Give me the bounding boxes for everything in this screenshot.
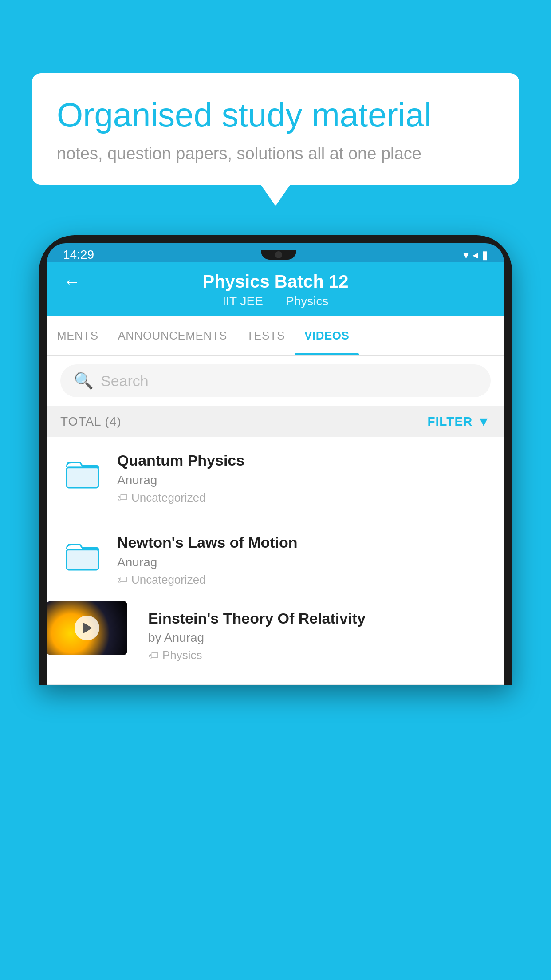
speech-bubble-subtext: notes, question papers, solutions all at… [57,144,494,163]
search-container: 🔍 Search [47,356,504,406]
video-title-3: Einstein's Theory Of Relativity [148,609,495,628]
video-tag-1: 🏷 Uncategorized [117,491,491,505]
speech-bubble-heading: Organised study material [57,96,494,134]
speech-bubble: Organised study material notes, question… [32,73,519,185]
video-author-1: Anurag [117,473,491,487]
tag-label-2: Uncategorized [131,573,206,587]
video-author-3: by Anurag [148,631,495,645]
tag-icon-1: 🏷 [117,491,128,504]
phone-notch [261,250,296,260]
tag-icon-2: 🏷 [117,573,128,586]
tab-tests[interactable]: TESTS [237,316,295,355]
video-list: Quantum Physics Anurag 🏷 Uncategorized [47,437,504,685]
header-row: ← Physics Batch 12 [63,272,488,292]
total-count-label: TOTAL (4) [60,415,122,429]
tag-label-3: Physics [162,648,202,662]
video-title-2: Newton's Laws of Motion [117,533,491,552]
video-tag-2: 🏷 Uncategorized [117,573,491,587]
phone-outer: 14:29 ▾ ◂ ▮ ← Physics Batch 12 IIT JEE [39,235,512,685]
video-info-1: Quantum Physics Anurag 🏷 Uncategorized [117,451,491,505]
folder-icon [65,455,100,490]
svg-rect-3 [67,549,98,551]
app-header: ← Physics Batch 12 IIT JEE Physics [47,262,504,316]
status-icons: ▾ ◂ ▮ [463,248,488,262]
list-item[interactable]: Einstein's Theory Of Relativity by Anura… [47,601,504,685]
status-bar: 14:29 ▾ ◂ ▮ [47,243,504,262]
svg-rect-1 [67,466,98,469]
signal-icon: ◂ [472,248,478,262]
video-info-3: Einstein's Theory Of Relativity by Anura… [139,601,504,671]
tab-ments[interactable]: MENTS [47,316,108,355]
filter-button[interactable]: FILTER ▼ [427,414,491,429]
folder-icon-wrap-2 [60,533,105,573]
svg-rect-0 [67,467,98,488]
subtitle-part2: Physics [286,294,328,308]
list-item[interactable]: Newton's Laws of Motion Anurag 🏷 Uncateg… [47,519,504,601]
back-button[interactable]: ← [63,272,81,292]
tag-label-1: Uncategorized [131,491,206,505]
video-tag-3: 🏷 Physics [148,648,495,662]
status-time: 14:29 [63,248,94,262]
subtitle-part1: IIT JEE [223,294,263,308]
camera-dot [275,251,282,258]
wifi-icon: ▾ [463,248,469,262]
search-placeholder: Search [101,372,149,390]
folder-icon-wrap-1 [60,451,105,490]
header-subtitle: IIT JEE Physics [218,294,333,308]
play-triangle-icon [83,623,92,633]
filter-bar: TOTAL (4) FILTER ▼ [47,406,504,437]
page-title: Physics Batch 12 [202,272,348,292]
search-bar[interactable]: 🔍 Search [60,364,491,397]
phone-screen: ← Physics Batch 12 IIT JEE Physics MENTS… [47,262,504,685]
list-item[interactable]: Quantum Physics Anurag 🏷 Uncategorized [47,437,504,519]
phone-wrapper: 14:29 ▾ ◂ ▮ ← Physics Batch 12 IIT JEE [39,235,512,980]
play-button[interactable] [75,616,99,640]
filter-icon: ▼ [477,414,491,429]
folder-icon [65,537,100,573]
tab-announcements[interactable]: ANNOUNCEMENTS [108,316,237,355]
video-info-2: Newton's Laws of Motion Anurag 🏷 Uncateg… [117,533,491,587]
video-thumbnail-3 [47,601,127,655]
tabs-bar: MENTS ANNOUNCEMENTS TESTS VIDEOS [47,316,504,356]
svg-rect-2 [67,549,98,570]
tab-videos[interactable]: VIDEOS [295,316,359,355]
battery-icon: ▮ [482,248,488,262]
filter-label: FILTER [427,415,472,429]
video-author-2: Anurag [117,555,491,569]
tag-icon-3: 🏷 [148,649,159,662]
search-icon: 🔍 [74,371,94,390]
video-title-1: Quantum Physics [117,451,491,470]
